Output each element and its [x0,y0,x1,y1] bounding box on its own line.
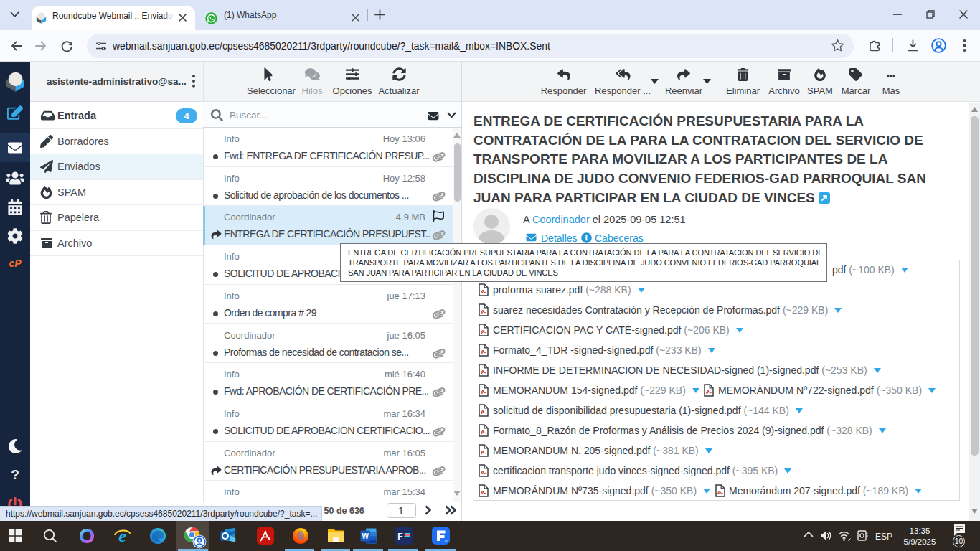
svg-text:F: F [397,532,402,542]
svg-text:W: W [362,532,369,540]
svg-text:w: w [445,539,448,543]
